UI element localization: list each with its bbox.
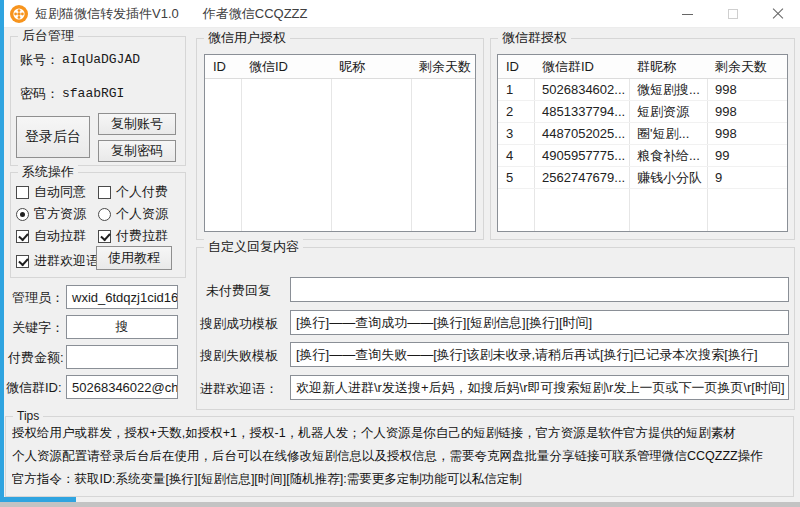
cell-group-id: 4851337794... <box>534 104 629 119</box>
search-fail-label: 搜剧失败模板 <box>200 348 278 364</box>
table-row[interactable]: 3 4487052025... 圈'短剧... 998 <box>498 123 787 145</box>
cell-days-left: 99 <box>707 148 787 163</box>
unpaid-reply-label: 未付费回复 <box>206 283 271 299</box>
column-header-group-id[interactable]: 微信群ID <box>534 58 629 76</box>
app-icon <box>10 5 28 23</box>
table-header: ID 微信ID 昵称 剩余天数 <box>205 55 475 79</box>
column-separator <box>331 55 332 231</box>
password-value: sfaabRGI <box>62 86 124 102</box>
wechat-group-id-label: 微信群ID: <box>6 380 62 396</box>
tutorial-button[interactable]: 使用教程 <box>96 246 172 270</box>
cell-group-id: 4905957775... <box>534 148 629 163</box>
copy-password-button[interactable]: 复制密码 <box>98 140 176 162</box>
radio-official-resource[interactable]: 官方资源 <box>16 205 86 223</box>
table-header: ID 微信群ID 群昵称 剩余天数 <box>498 55 787 79</box>
pay-amount-label: 付费金额: <box>8 350 64 366</box>
cell-group-id: 4487052025... <box>534 126 629 141</box>
column-separator <box>411 55 412 231</box>
column-header-days-left[interactable]: 剩余天数 <box>707 58 787 76</box>
admin-input[interactable]: wxid_6tdqzj1cid1622 <box>66 285 178 309</box>
checkbox-group-welcome[interactable]: 进群欢迎语 <box>16 252 99 270</box>
checkbox-icon <box>16 255 29 268</box>
window-controls <box>665 0 800 28</box>
custom-reply-group-label: 自定义回复内容 <box>204 239 303 255</box>
radio-personal-resource[interactable]: 个人资源 <box>98 205 168 223</box>
group-auth-table: ID 微信群ID 群昵称 剩余天数 1 5026834602... 微短剧搜..… <box>497 54 788 232</box>
checkbox-icon <box>16 230 29 243</box>
column-header-wechat-id[interactable]: 微信ID <box>241 58 331 76</box>
account-label: 账号： <box>20 52 59 68</box>
wechat-group-id-input[interactable]: 50268346022@chatro <box>66 375 178 399</box>
option-label: 进群欢迎语 <box>34 252 99 270</box>
cell-id: 1 <box>498 82 534 97</box>
window-accent-border-left <box>0 0 4 502</box>
close-icon <box>772 8 784 20</box>
account-value: aIqUaDGJAD <box>62 52 140 68</box>
option-label: 个人资源 <box>116 205 168 223</box>
welcome-message-input[interactable]: 欢迎新人进群\r发送搜+后妈，如搜后妈\r即可搜索短剧\r发上一页或下一页换页\… <box>290 375 789 400</box>
tips-line-2: 个人资源配置请登录后台后在使用，后台可以在线修改短剧信息以及授权信息，需要夸克网… <box>12 448 792 465</box>
cell-id: 4 <box>498 148 534 163</box>
column-header-id[interactable]: ID <box>498 59 534 74</box>
maximize-icon <box>728 9 738 19</box>
option-label: 付费拉群 <box>116 227 168 245</box>
cell-group-id: 2562747679... <box>534 170 629 185</box>
table-row[interactable]: 2 4851337794... 短剧资源 998 <box>498 101 787 123</box>
cell-days-left: 9 <box>707 170 787 185</box>
cell-group-nickname: 圈'短剧... <box>629 125 707 143</box>
search-success-input[interactable]: [换行]——查询成功——[换行][短剧信息][换行][时间] <box>290 310 789 335</box>
checkbox-auto-pull-group[interactable]: 自动拉群 <box>16 227 86 245</box>
radio-icon <box>98 208 111 221</box>
search-fail-input[interactable]: [换行]——查询失败——[换行]该剧未收录,请稍后再试[换行]已记录本次搜索[换… <box>290 342 789 367</box>
cell-group-nickname: 赚钱小分队 <box>629 169 707 187</box>
window-title: 短剧猫微信转发插件V1.0 <box>35 5 179 23</box>
column-header-days-left[interactable]: 剩余天数 <box>411 58 475 76</box>
keyword-label: 关键字： <box>12 320 64 336</box>
login-backend-button[interactable]: 登录后台 <box>16 116 90 158</box>
table-row[interactable]: 1 5026834602... 微短剧搜... 998 <box>498 79 787 101</box>
maximize-button[interactable] <box>710 0 755 28</box>
option-label: 自动拉群 <box>34 227 86 245</box>
cell-group-id: 5026834602... <box>534 82 629 97</box>
checkbox-personal-pay[interactable]: 个人付费 <box>98 183 168 201</box>
unpaid-reply-input[interactable] <box>290 277 789 302</box>
window-author: 作者微信CCQZZZ <box>203 5 308 23</box>
taskbar-strip <box>0 502 800 507</box>
search-success-label: 搜剧成功模板 <box>200 316 278 332</box>
cell-group-nickname: 短剧资源 <box>629 103 707 121</box>
table-row[interactable]: 5 2562747679... 赚钱小分队 9 <box>498 167 787 189</box>
option-label: 自动同意 <box>34 183 86 201</box>
minimize-button[interactable] <box>665 0 710 28</box>
tips-line-1: 授权给用户或群发，授权+天数,如授权+1，授权-1，机器人发；个人资源是你自己的… <box>12 425 792 442</box>
cell-days-left: 998 <box>707 126 787 141</box>
table-row[interactable]: 4 4905957775... 粮食补给... 99 <box>498 145 787 167</box>
tips-line-3: 官方指令：获取ID:系统变量[换行][短剧信息][时间][随机推荐]:需要更多定… <box>12 471 792 488</box>
column-header-group-nickname[interactable]: 群昵称 <box>629 58 707 76</box>
checkbox-icon <box>16 186 29 199</box>
copy-account-button[interactable]: 复制账号 <box>98 113 176 135</box>
column-header-nickname[interactable]: 昵称 <box>331 58 411 76</box>
cell-group-nickname: 微短剧搜... <box>629 81 707 99</box>
user-auth-table: ID 微信ID 昵称 剩余天数 <box>204 54 476 232</box>
keyword-input[interactable]: 搜 <box>66 315 178 339</box>
checkbox-icon <box>98 186 111 199</box>
column-separator <box>241 55 242 231</box>
app-window: 短剧猫微信转发插件V1.0 作者微信CCQZZZ 后台管理 账号： aIqUaD… <box>0 0 800 507</box>
close-button[interactable] <box>755 0 800 28</box>
checkbox-paid-pull-group[interactable]: 付费拉群 <box>98 227 168 245</box>
backend-group-label: 后台管理 <box>18 28 78 44</box>
pay-amount-input[interactable] <box>66 345 178 369</box>
user-auth-group-label: 微信用户授权 <box>204 30 290 46</box>
column-header-id[interactable]: ID <box>205 59 241 74</box>
cell-id: 5 <box>498 170 534 185</box>
checkbox-icon <box>98 230 111 243</box>
cell-days-left: 998 <box>707 82 787 97</box>
password-label: 密码： <box>20 86 59 102</box>
radio-icon <box>16 208 29 221</box>
option-label: 个人付费 <box>116 183 168 201</box>
welcome-message-label: 进群欢迎语： <box>200 381 278 397</box>
cell-id: 3 <box>498 126 534 141</box>
cell-id: 2 <box>498 104 534 119</box>
checkbox-auto-agree[interactable]: 自动同意 <box>16 183 86 201</box>
option-label: 官方资源 <box>34 205 86 223</box>
